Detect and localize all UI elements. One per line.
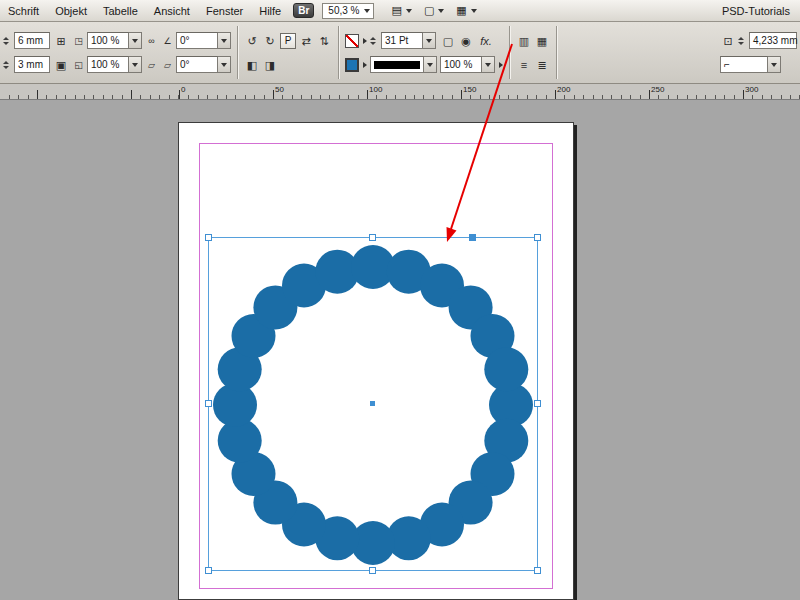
shear-proxy-icon: ▱ <box>145 57 158 73</box>
select-content-icon[interactable]: ◨ <box>262 57 278 73</box>
constrain-link-column: ∞ ▱ <box>145 31 158 75</box>
stroke-none-swatch[interactable] <box>345 34 359 48</box>
selection-handle[interactable] <box>369 234 376 241</box>
stroke-weight-combo[interactable]: 31 Pt <box>381 32 436 49</box>
menu-tabelle[interactable]: Tabelle <box>95 0 146 21</box>
selection-handle[interactable] <box>369 567 376 574</box>
shear-angle-combo[interactable]: 0° <box>176 56 231 73</box>
y-spinner[interactable] <box>3 61 12 69</box>
zoom-level-combo[interactable]: 50,3 % <box>322 3 373 19</box>
flip-vertical-icon[interactable]: ⇅ <box>316 33 332 49</box>
selected-anchor-point[interactable] <box>469 234 476 241</box>
chevron-right-icon <box>499 62 503 68</box>
chevron-down-icon <box>426 39 432 43</box>
selection-handle[interactable] <box>205 400 212 407</box>
x-position-field[interactable]: 6 mm <box>14 32 50 49</box>
rotate-cw-icon[interactable]: ↻ <box>262 33 278 49</box>
position-fields: 6 mm 3 mm <box>3 31 50 75</box>
opacity-combo[interactable]: 100 % <box>440 56 495 73</box>
workspace-brand-label: PSD-Tutorials <box>722 5 800 17</box>
swatch-column <box>345 31 367 75</box>
text-columns-icon[interactable]: ▥ <box>516 33 532 49</box>
ruler-number: 100 <box>369 85 382 94</box>
menu-ansicht[interactable]: Ansicht <box>146 0 198 21</box>
fx-effects-icon[interactable]: fx. <box>476 33 496 49</box>
corner-radius-field[interactable]: 4,233 mm <box>749 32 797 49</box>
chevron-down-icon <box>221 39 227 43</box>
control-panel: 6 mm 3 mm ⊞ ▣ ◳ 100 % ◱ 100 % ∞ ▱ <box>0 22 800 84</box>
arrange-documents-button[interactable]: ▦ <box>452 2 480 20</box>
selection-bounding-box[interactable] <box>208 237 538 571</box>
ruler[interactable]: 050100150200250300 <box>0 84 800 100</box>
corner-radius-spinner[interactable] <box>738 37 747 45</box>
bridge-button[interactable]: Br <box>293 3 314 18</box>
chevron-down-icon <box>485 63 491 67</box>
stroke-style-combo[interactable] <box>370 56 437 73</box>
ruler-number: 250 <box>651 85 664 94</box>
zoom-level-value: 50,3 % <box>328 5 359 16</box>
flip-horizontal-icon[interactable]: ⇄ <box>298 33 314 49</box>
text-layout-column: ▥ ▦ ≡ ≣ <box>516 31 550 75</box>
menu-bar: Schrift Objekt Tabelle Ansicht Fenster H… <box>0 0 800 22</box>
chain-link-icon[interactable]: ∞ <box>145 33 158 49</box>
selection-handle[interactable] <box>534 400 541 407</box>
chevron-down-icon <box>771 63 777 67</box>
constrain-dimensions-icon[interactable]: ▣ <box>53 57 69 73</box>
menu-fenster[interactable]: Fenster <box>198 0 251 21</box>
align-justify-icon[interactable]: ≣ <box>534 57 550 73</box>
scale-x-combo[interactable]: 100 % <box>87 32 142 49</box>
align-left-icon[interactable]: ≡ <box>516 57 532 73</box>
corner-shape-combo[interactable]: ⌐ <box>720 56 781 73</box>
rotation-angle-combo[interactable]: 0° <box>176 32 231 49</box>
chevron-down-icon <box>471 9 477 13</box>
transform-buttons: ↺ ↻ P ⇄ ⇅ ◧ ◨ <box>244 31 332 75</box>
paragraph-button[interactable]: P <box>280 33 296 49</box>
chevron-down-icon <box>438 9 444 13</box>
chevron-down-icon <box>364 9 370 13</box>
rotate-ccw-icon[interactable]: ↺ <box>244 33 260 49</box>
text-frame-options-icon[interactable]: ▦ <box>534 33 550 49</box>
reference-point-icon[interactable]: ⊞ <box>53 33 69 49</box>
selection-handle[interactable] <box>205 567 212 574</box>
view-options-button[interactable]: ▤ <box>388 2 416 20</box>
menu-schrift[interactable]: Schrift <box>0 0 47 21</box>
proxy-column: ⊞ ▣ <box>53 31 69 75</box>
menu-hilfe[interactable]: Hilfe <box>251 0 289 21</box>
selection-handle[interactable] <box>534 567 541 574</box>
select-container-icon[interactable]: ◧ <box>244 57 260 73</box>
pasteboard[interactable] <box>0 100 800 600</box>
chevron-down-icon <box>427 63 433 67</box>
y-position-field[interactable]: 3 mm <box>14 56 50 73</box>
chevron-down-icon <box>132 63 138 67</box>
ruler-number: 50 <box>275 85 284 94</box>
scale-y-icon: ◱ <box>72 57 85 73</box>
chevron-down-icon <box>221 63 227 67</box>
stroke-weight-spinner[interactable] <box>370 37 379 45</box>
shear-angle-icon: ▱ <box>161 57 174 73</box>
divider <box>509 26 510 79</box>
ruler-number: 200 <box>557 85 570 94</box>
object-style-icon[interactable]: ◉ <box>458 33 474 49</box>
object-center-point[interactable] <box>370 401 375 406</box>
chevron-down-icon <box>132 39 138 43</box>
drop-shadow-icon[interactable]: ▢ <box>440 33 456 49</box>
selection-handle[interactable] <box>534 234 541 241</box>
ruler-number: 300 <box>745 85 758 94</box>
angle-fields: ∠ 0° ▱ 0° <box>161 31 231 75</box>
selection-handle[interactable] <box>205 234 212 241</box>
scale-y-combo[interactable]: 100 % <box>87 56 142 73</box>
chevron-right-icon <box>363 62 367 68</box>
corner-options-column: ⊡ 4,233 mm ⌐ <box>720 31 797 75</box>
stroke-style-preview <box>374 61 420 69</box>
scale-x-icon: ◳ <box>72 33 85 49</box>
ruler-number: 150 <box>463 85 476 94</box>
screen-mode-button[interactable]: ▢ <box>420 2 448 20</box>
chevron-down-icon <box>406 9 412 13</box>
x-spinner[interactable] <box>3 37 12 45</box>
fill-color-swatch[interactable] <box>345 58 359 72</box>
corner-shape-icon: ⌐ <box>724 59 730 70</box>
bounding-box-icon: ⊡ <box>720 33 736 49</box>
rotation-angle-icon: ∠ <box>161 33 174 49</box>
menu-objekt[interactable]: Objekt <box>47 0 95 21</box>
screen-mode-icon: ▢ <box>424 4 434 17</box>
